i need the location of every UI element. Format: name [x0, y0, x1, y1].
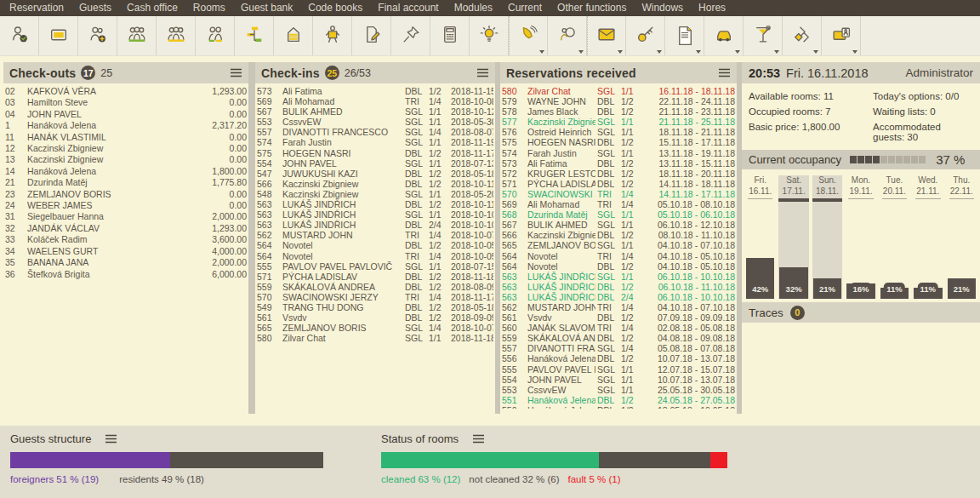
- checkout-row[interactable]: 02KAFKOVÁ VĚRA1,293.00: [5, 86, 247, 97]
- reservation-row[interactable]: 575HOEGEN NASRIDBL1/215.11.18 - 17.11.18: [502, 137, 735, 147]
- checkin-row[interactable]: 555PAVLOV PAVEL PAVLOVIČSGL1/12018-07-15: [257, 261, 493, 272]
- edit-document-button[interactable]: [352, 16, 391, 55]
- checkin-row[interactable]: 561VsvdvDBL1/22018-09-09: [257, 312, 493, 323]
- menu-item-current[interactable]: Current: [500, 0, 550, 16]
- reservation-row[interactable]: 551Hanáková JelenaDBL1/224.05.18 - 27.05…: [502, 395, 735, 405]
- checkin-row[interactable]: 554JOHN PAVELSGL1/12018-07-13: [257, 158, 493, 169]
- phone-button[interactable]: [509, 16, 548, 55]
- checkout-row[interactable]: 14Hanáková Jelena1,800.00: [5, 166, 247, 177]
- checkin-row[interactable]: 567BULIK AHMEDSGL1/12018-10-12: [257, 106, 493, 117]
- report-button[interactable]: [665, 16, 704, 55]
- reservation-row[interactable]: 561VsvdvDBL1/207.09.18 - 09.09.18: [502, 312, 735, 323]
- menu-item-final-account[interactable]: Final account: [370, 0, 446, 16]
- menu-item-modules[interactable]: Modules: [447, 0, 500, 16]
- checkins-menu-icon[interactable]: [476, 68, 489, 77]
- car-button[interactable]: [704, 16, 744, 55]
- checkin-row[interactable]: 557DIVANOTTI FRANCESCOSGL1/42018-08-07: [257, 127, 493, 137]
- checkin-row[interactable]: 559SKÁKALOVÁ ANDREADBL1/22018-08-09: [257, 282, 493, 292]
- structure-button[interactable]: [235, 16, 274, 55]
- checkin-row[interactable]: 574Farah JustinSGL1/12018-11-19: [257, 137, 493, 147]
- reservation-row[interactable]: 563LUKÁŠ JINDŘICHDBL2/406.10.18 - 10.10.…: [502, 292, 735, 302]
- reservation-row[interactable]: 564NovotelTRI1/404.10.18 - 05.10.18: [502, 251, 735, 261]
- group-yellow-button[interactable]: [157, 16, 196, 55]
- reservation-row[interactable]: 571PÝCHA LADISLAVDBL1/214.11.18 - 18.11.…: [502, 179, 735, 189]
- checkout-row[interactable]: 04JOHN PAVEL0.00: [5, 109, 247, 120]
- reservation-row[interactable]: 554JOHN PAVELSGL1/110.07.18 - 13.07.18: [502, 375, 735, 385]
- group-add-button[interactable]: [78, 16, 117, 55]
- checkout-row[interactable]: 33Koláček Radim3,600.00: [5, 234, 247, 245]
- group-pair-button[interactable]: [196, 16, 235, 55]
- reservation-row[interactable]: 580Zilvar ChatSGL1/116.11.18 - 18.11.18: [502, 86, 735, 96]
- checkin-row[interactable]: 553CssvvEWSGL1/12018-05-30: [257, 117, 493, 127]
- lightbulb-button[interactable]: [470, 16, 509, 55]
- reservation-row[interactable]: 572KRUGER LESTONDBL1/218.11.18 - 20.11.1…: [502, 169, 735, 179]
- reservation-row[interactable]: 577Kaczinski ZbigniewSGL1/121.11.18 - 25…: [502, 117, 735, 127]
- reservation-row[interactable]: 562MUSTARD JOHNTRI1/404.10.18 - 07.10.18: [502, 302, 735, 312]
- reservation-row[interactable]: 560JANÁK SLAVOMÍRTRI1/402.08.18 - 05.08.…: [502, 323, 735, 333]
- reservation-row[interactable]: 567BULIK AHMEDSGL1/106.10.18 - 12.10.18: [502, 220, 735, 230]
- key-button[interactable]: [626, 16, 665, 55]
- checkout-row[interactable]: 11HANÁK VLASTIMIL0.00: [5, 132, 247, 143]
- menu-item-hores[interactable]: Hores: [691, 0, 733, 16]
- checkin-row[interactable]: 570SWACINOWSKI JERZYTRI1/42018-11-17: [257, 292, 493, 302]
- house-checkout-button[interactable]: [274, 16, 313, 55]
- reservation-row[interactable]: 563LUKÁŠ JINDŘICHSGL1/106.10.18 - 10.10.…: [502, 272, 735, 282]
- reservation-row[interactable]: 555PAVLOV PAVEL PAVLOVIČSGL1/112.07.18 -…: [502, 364, 735, 375]
- reservation-row[interactable]: 574Farah JustinSGL1/113.11.18 - 19.11.18: [502, 148, 735, 158]
- reservation-row[interactable]: 557DIVANOTTI FRANCESCOSGL1/405.08.18 - 0…: [502, 343, 735, 353]
- menu-item-reservation[interactable]: Reservation: [2, 0, 71, 16]
- checkin-row[interactable]: 566Kaczinski ZbigniewDBL1/22018-10-11: [257, 179, 493, 189]
- checkin-row[interactable]: 549TRANG THU DONGDBL1/22018-05-18: [257, 302, 493, 312]
- checkout-row[interactable]: 21Dzurinda Matěj1,775.80: [5, 177, 247, 188]
- checkin-row[interactable]: 563LUKÁŠ JINDŘICHDBL2/42018-10-10: [257, 220, 493, 230]
- mail-button[interactable]: [587, 16, 626, 55]
- checkout-row[interactable]: 36Štefková Brigita6,000.00: [5, 269, 247, 280]
- checkout-row[interactable]: 31Siegelbauer Hanna2,000.00: [5, 211, 247, 222]
- menu-item-rooms[interactable]: Rooms: [185, 0, 233, 16]
- guests-structure-menu-icon[interactable]: [105, 434, 117, 444]
- pushpin-button[interactable]: [391, 16, 430, 55]
- menu-item-cash-office[interactable]: Cash office: [119, 0, 185, 16]
- id-card-button[interactable]: [822, 16, 861, 55]
- menu-item-code-books[interactable]: Code books: [300, 0, 370, 16]
- checkout-row[interactable]: 35BANANA JANA2,000.00: [5, 257, 247, 268]
- reservation-row[interactable]: 556Hanáková JelenaDBL1/210.07.18 - 13.07…: [502, 353, 735, 363]
- checkin-row[interactable]: 563LUKÁŠ JINDŘICHSGL1/12018-10-10: [257, 209, 493, 220]
- menu-item-other-functions[interactable]: Other functions: [550, 0, 634, 16]
- reservations-menu-icon[interactable]: [718, 68, 731, 77]
- reservation-row[interactable]: 579WAYNE JOHNDBL1/222.11.18 - 24.11.18: [502, 96, 735, 106]
- group-green-button[interactable]: [117, 16, 157, 55]
- traces-bar[interactable]: Traces 0: [742, 302, 980, 323]
- reservation-row[interactable]: 565ZEMLJANOV BORISSGL1/104.10.18 - 07.10…: [502, 240, 735, 250]
- checkout-row[interactable]: 32JANDÁK VÁCLAV1,293.00: [5, 223, 247, 234]
- reservation-row[interactable]: 550Hanáková JelenaDBL1/218.05.18 - 19.05…: [502, 405, 735, 409]
- reservation-row[interactable]: 576Ostreid HeinrichSGL1/118.11.18 - 21.1…: [502, 127, 735, 137]
- checkouts-menu-icon[interactable]: [230, 68, 242, 77]
- checkout-row[interactable]: 1Hanáková Jelena2,317.20: [5, 120, 247, 131]
- reservation-row[interactable]: 568Dzurinda MatějSGL1/105.10.18 - 06.10.…: [502, 209, 735, 220]
- person-ring-button[interactable]: [548, 16, 587, 55]
- room-card-button[interactable]: [39, 16, 78, 55]
- checkin-row[interactable]: 573Ali FatimaDBL1/22018-11-15: [257, 86, 493, 96]
- reservation-row[interactable]: 564NovotelDBL1/204.10.18 - 05.10.18: [502, 261, 735, 272]
- checkout-row[interactable]: 03Hamilton Steve0.00: [5, 97, 247, 108]
- calculator-button[interactable]: [430, 16, 470, 55]
- menu-item-guest-bank[interactable]: Guest bank: [233, 0, 300, 16]
- checkout-row[interactable]: 12Kaczinski Zbigniew0.00: [5, 143, 247, 154]
- checkin-row[interactable]: 569Ali MohamadTRI1/42018-10-08: [257, 96, 493, 106]
- reservation-row[interactable]: 566Kaczinski ZbigniewDBL1/208.10.18 - 11…: [502, 230, 735, 240]
- checkout-row[interactable]: 24WEBER JAMES0.00: [5, 200, 247, 211]
- checkout-row[interactable]: 23ZEMLJANOV BORIS0.00: [5, 189, 247, 200]
- checkin-row[interactable]: 564NovotelDBL1/22018-10-05: [257, 240, 493, 250]
- checkin-row[interactable]: 564NovotelTRI1/42018-10-05: [257, 251, 493, 261]
- reservation-row[interactable]: 573Ali FatimaDBL1/213.11.18 - 15.11.18: [502, 158, 735, 169]
- checkin-row[interactable]: 575HOEGEN NASRIDBL1/22018-11-17: [257, 148, 493, 158]
- cocktail-button[interactable]: [744, 16, 783, 55]
- status-of-rooms-menu-icon[interactable]: [472, 434, 485, 444]
- checkout-row[interactable]: 34WAELENS GURT4,000.00: [5, 246, 247, 257]
- checkout-row[interactable]: 13Kaczinski Zbigniew0.00: [5, 154, 247, 165]
- checkin-row[interactable]: 563LUKÁŠ JINDŘICHDBL1/22018-10-11: [257, 199, 493, 209]
- reservation-row[interactable]: 563LUKÁŠ JINDŘICHDBL1/206.10.18 - 11.10.…: [502, 282, 735, 292]
- exchange-button[interactable]: [783, 16, 822, 55]
- checkin-row[interactable]: 580Zilvar ChatSGL1/12018-11-18: [257, 333, 493, 343]
